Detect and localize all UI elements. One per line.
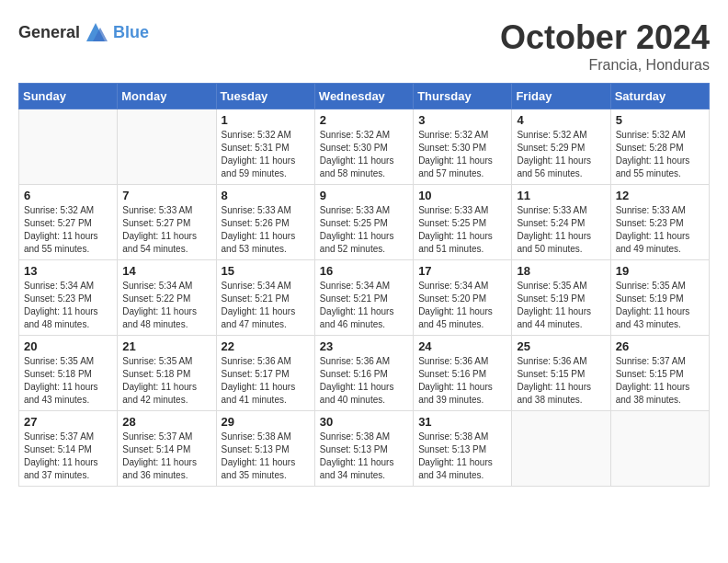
day-number: 9 (320, 189, 408, 202)
day-detail: Sunrise: 5:35 AMSunset: 5:19 PMDaylight:… (616, 280, 704, 331)
day-number: 19 (616, 264, 704, 278)
day-number: 13 (24, 264, 112, 278)
day-number: 6 (24, 189, 112, 202)
day-detail: Sunrise: 5:38 AMSunset: 5:13 PMDaylight:… (320, 431, 408, 482)
logo: General Blue (18, 18, 149, 46)
weekday-header-row: SundayMondayTuesdayWednesdayThursdayFrid… (19, 84, 710, 109)
day-number: 10 (418, 189, 506, 202)
day-number: 11 (517, 189, 605, 202)
day-number: 20 (24, 339, 112, 353)
calendar-cell: 28Sunrise: 5:37 AMSunset: 5:14 PMDayligh… (118, 411, 216, 487)
day-detail: Sunrise: 5:35 AMSunset: 5:19 PMDaylight:… (517, 280, 605, 331)
page-header: General Blue October 2024 Francia, Hondu… (18, 18, 710, 74)
day-number: 16 (320, 264, 408, 278)
calendar-cell: 1Sunrise: 5:32 AMSunset: 5:31 PMDaylight… (216, 109, 314, 185)
day-number: 4 (517, 113, 605, 127)
calendar-cell: 6Sunrise: 5:32 AMSunset: 5:27 PMDaylight… (19, 185, 118, 260)
day-number: 24 (418, 339, 506, 353)
calendar-cell: 11Sunrise: 5:33 AMSunset: 5:24 PMDayligh… (512, 185, 610, 260)
day-number: 1 (222, 113, 310, 127)
day-number: 2 (320, 113, 408, 127)
day-detail: Sunrise: 5:36 AMSunset: 5:16 PMDaylight:… (320, 355, 408, 407)
logo-blue: Blue (113, 23, 149, 42)
logo-icon (82, 18, 109, 46)
day-detail: Sunrise: 5:34 AMSunset: 5:21 PMDaylight:… (222, 280, 310, 331)
day-number: 22 (222, 339, 310, 353)
day-detail: Sunrise: 5:32 AMSunset: 5:28 PMDaylight:… (616, 129, 704, 180)
day-detail: Sunrise: 5:34 AMSunset: 5:22 PMDaylight:… (122, 280, 210, 331)
calendar-cell: 27Sunrise: 5:37 AMSunset: 5:14 PMDayligh… (19, 411, 118, 487)
day-number: 5 (616, 113, 704, 127)
day-detail: Sunrise: 5:36 AMSunset: 5:16 PMDaylight:… (418, 355, 506, 407)
day-detail: Sunrise: 5:35 AMSunset: 5:18 PMDaylight:… (122, 355, 210, 407)
day-detail: Sunrise: 5:34 AMSunset: 5:20 PMDaylight:… (418, 280, 506, 331)
logo-general: General (18, 23, 80, 42)
location-subtitle: Francia, Honduras (500, 57, 710, 74)
day-detail: Sunrise: 5:32 AMSunset: 5:27 PMDaylight:… (24, 204, 112, 256)
week-row: 1Sunrise: 5:32 AMSunset: 5:31 PMDaylight… (19, 109, 710, 185)
calendar-cell (512, 411, 610, 487)
day-detail: Sunrise: 5:33 AMSunset: 5:27 PMDaylight:… (122, 204, 210, 256)
day-number: 25 (517, 339, 605, 353)
day-number: 17 (418, 264, 506, 278)
day-detail: Sunrise: 5:34 AMSunset: 5:21 PMDaylight:… (320, 280, 408, 331)
day-number: 12 (616, 189, 704, 202)
weekday-header: Wednesday (314, 84, 413, 109)
weekday-header: Thursday (414, 84, 512, 109)
day-detail: Sunrise: 5:32 AMSunset: 5:30 PMDaylight:… (320, 129, 408, 180)
calendar-cell: 26Sunrise: 5:37 AMSunset: 5:15 PMDayligh… (610, 336, 709, 411)
day-number: 28 (122, 415, 210, 429)
calendar-cell: 13Sunrise: 5:34 AMSunset: 5:23 PMDayligh… (19, 260, 118, 336)
week-row: 20Sunrise: 5:35 AMSunset: 5:18 PMDayligh… (19, 336, 710, 411)
calendar-cell: 24Sunrise: 5:36 AMSunset: 5:16 PMDayligh… (414, 336, 512, 411)
calendar-cell: 31Sunrise: 5:38 AMSunset: 5:13 PMDayligh… (414, 411, 512, 487)
day-number: 15 (222, 264, 310, 278)
day-detail: Sunrise: 5:38 AMSunset: 5:13 PMDaylight:… (418, 431, 506, 482)
day-detail: Sunrise: 5:34 AMSunset: 5:23 PMDaylight:… (24, 280, 112, 331)
weekday-header: Monday (118, 84, 216, 109)
day-detail: Sunrise: 5:37 AMSunset: 5:14 PMDaylight:… (122, 431, 210, 482)
weekday-header: Tuesday (216, 84, 314, 109)
day-number: 31 (418, 415, 506, 429)
day-detail: Sunrise: 5:37 AMSunset: 5:14 PMDaylight:… (24, 431, 112, 482)
calendar-cell: 9Sunrise: 5:33 AMSunset: 5:25 PMDaylight… (314, 185, 413, 260)
calendar-cell (610, 411, 709, 487)
calendar-cell: 3Sunrise: 5:32 AMSunset: 5:30 PMDaylight… (414, 109, 512, 185)
week-row: 6Sunrise: 5:32 AMSunset: 5:27 PMDaylight… (19, 185, 710, 260)
day-number: 8 (222, 189, 310, 202)
day-number: 3 (418, 113, 506, 127)
calendar-cell (118, 109, 216, 185)
calendar-cell: 20Sunrise: 5:35 AMSunset: 5:18 PMDayligh… (19, 336, 118, 411)
calendar-cell: 5Sunrise: 5:32 AMSunset: 5:28 PMDaylight… (610, 109, 709, 185)
calendar-cell: 2Sunrise: 5:32 AMSunset: 5:30 PMDaylight… (314, 109, 413, 185)
weekday-header: Sunday (19, 84, 118, 109)
day-detail: Sunrise: 5:35 AMSunset: 5:18 PMDaylight:… (24, 355, 112, 407)
title-block: October 2024 Francia, Honduras (500, 18, 710, 74)
day-number: 18 (517, 264, 605, 278)
day-detail: Sunrise: 5:38 AMSunset: 5:13 PMDaylight:… (222, 431, 310, 482)
calendar-cell: 23Sunrise: 5:36 AMSunset: 5:16 PMDayligh… (314, 336, 413, 411)
calendar-cell: 15Sunrise: 5:34 AMSunset: 5:21 PMDayligh… (216, 260, 314, 336)
day-detail: Sunrise: 5:33 AMSunset: 5:24 PMDaylight:… (517, 204, 605, 256)
day-detail: Sunrise: 5:32 AMSunset: 5:30 PMDaylight:… (418, 129, 506, 180)
calendar-cell: 30Sunrise: 5:38 AMSunset: 5:13 PMDayligh… (314, 411, 413, 487)
week-row: 13Sunrise: 5:34 AMSunset: 5:23 PMDayligh… (19, 260, 710, 336)
calendar-cell: 22Sunrise: 5:36 AMSunset: 5:17 PMDayligh… (216, 336, 314, 411)
calendar-cell: 25Sunrise: 5:36 AMSunset: 5:15 PMDayligh… (512, 336, 610, 411)
calendar-cell: 29Sunrise: 5:38 AMSunset: 5:13 PMDayligh… (216, 411, 314, 487)
calendar-cell: 16Sunrise: 5:34 AMSunset: 5:21 PMDayligh… (314, 260, 413, 336)
day-number: 26 (616, 339, 704, 353)
day-detail: Sunrise: 5:32 AMSunset: 5:31 PMDaylight:… (222, 129, 310, 180)
calendar-cell: 10Sunrise: 5:33 AMSunset: 5:25 PMDayligh… (414, 185, 512, 260)
calendar-cell: 12Sunrise: 5:33 AMSunset: 5:23 PMDayligh… (610, 185, 709, 260)
calendar-cell: 7Sunrise: 5:33 AMSunset: 5:27 PMDaylight… (118, 185, 216, 260)
weekday-header: Friday (512, 84, 610, 109)
day-detail: Sunrise: 5:33 AMSunset: 5:25 PMDaylight:… (418, 204, 506, 256)
calendar-cell: 19Sunrise: 5:35 AMSunset: 5:19 PMDayligh… (610, 260, 709, 336)
day-detail: Sunrise: 5:36 AMSunset: 5:17 PMDaylight:… (222, 355, 310, 407)
day-detail: Sunrise: 5:33 AMSunset: 5:26 PMDaylight:… (222, 204, 310, 256)
day-number: 30 (320, 415, 408, 429)
week-row: 27Sunrise: 5:37 AMSunset: 5:14 PMDayligh… (19, 411, 710, 487)
month-title: October 2024 (500, 18, 710, 57)
day-detail: Sunrise: 5:37 AMSunset: 5:15 PMDaylight:… (616, 355, 704, 407)
